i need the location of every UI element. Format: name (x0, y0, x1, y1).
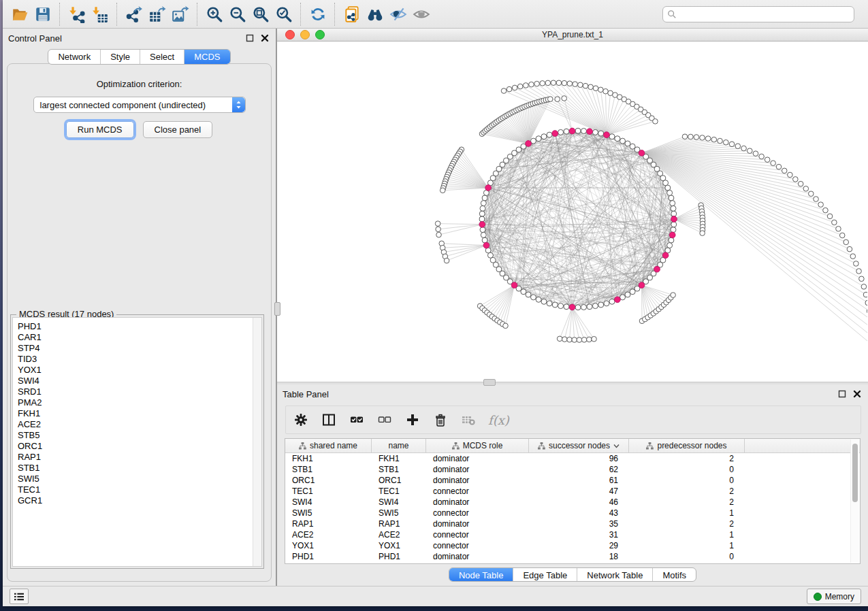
mcds-result-item[interactable]: STB5 (18, 430, 253, 441)
mcds-result-item[interactable]: STP4 (18, 343, 253, 354)
close-table-panel-icon[interactable] (852, 389, 863, 399)
mcds-result-item[interactable]: RAP1 (18, 452, 253, 463)
cell-mcds-role: dominator (426, 497, 529, 507)
mcds-result-item[interactable]: SRD1 (18, 386, 253, 397)
vertical-splitter-grip[interactable] (274, 302, 280, 316)
table-scrollbar[interactable] (850, 440, 859, 563)
cell-predecessor-nodes: 2 (629, 454, 745, 463)
cell-mcds-role: connector (426, 508, 529, 518)
export-network-button[interactable] (123, 3, 146, 25)
zoom-out-button[interactable] (226, 3, 249, 25)
toolbar-separator (116, 3, 118, 26)
toolbar-separator (197, 3, 198, 26)
open-session-button[interactable] (8, 3, 31, 25)
zoom-in-button[interactable] (203, 3, 226, 25)
tab-mcds[interactable]: MCDS (184, 50, 229, 64)
float-panel-icon[interactable] (244, 33, 255, 44)
mcds-result-item[interactable]: FKH1 (18, 408, 253, 419)
cell-name: TEC1 (372, 486, 426, 496)
column-header-MCDS-role[interactable]: MCDS role (426, 439, 529, 452)
refresh-button[interactable] (306, 3, 329, 25)
cell-successor-nodes: 62 (529, 465, 629, 474)
horizontal-splitter-grip[interactable] (483, 379, 496, 386)
select-all-button[interactable] (349, 412, 365, 428)
save-session-button[interactable] (31, 3, 54, 25)
import-network-button[interactable] (65, 3, 89, 25)
table-row[interactable]: ORC1ORC1dominator610 (285, 475, 860, 486)
mcds-tab-content: Optimization criterion: largest connecte… (7, 63, 272, 582)
toolbar-separator (300, 3, 302, 26)
table-panel-title: Table Panel (283, 389, 833, 399)
table-tabs: Node TableEdge TableNetwork TableMotifs (277, 567, 868, 582)
mcds-result-item[interactable]: PMA2 (18, 397, 253, 408)
table-row[interactable]: SWI4SWI4dominator462 (285, 497, 860, 508)
table-row[interactable]: YOX1YOX1connector291 (285, 540, 860, 551)
column-header-shared-name[interactable]: shared name (285, 439, 372, 452)
mcds-result-item[interactable]: SWI4 (18, 376, 253, 386)
tab-network[interactable]: Network (48, 50, 100, 64)
table-row[interactable]: STB1STB1dominator620 (285, 464, 860, 475)
mcds-result-item[interactable]: TID3 (18, 354, 253, 365)
table-row[interactable]: SWI5SWI5connector431 (285, 508, 860, 518)
save-icon (34, 5, 52, 23)
float-table-panel-icon[interactable] (837, 389, 848, 399)
function-builder-button-disabled: f(x) (488, 413, 509, 427)
show-column-panel-button[interactable] (321, 412, 337, 428)
mcds-result-item[interactable]: GCR1 (18, 495, 253, 506)
cell-shared-name: RAP1 (285, 519, 372, 529)
table-scrollbar-thumb[interactable] (852, 444, 858, 502)
show-all-button[interactable] (410, 3, 433, 25)
cell-mcds-role: dominator (426, 519, 529, 529)
criterion-select[interactable]: largest connected component (undirected) (33, 97, 246, 113)
column-header-successor-nodes[interactable]: successor nodes (529, 439, 629, 452)
delete-column-button[interactable] (432, 412, 449, 428)
close-panel-icon[interactable] (259, 33, 270, 44)
mcds-result-item[interactable]: ACE2 (18, 419, 253, 430)
column-header-name[interactable]: name (372, 439, 426, 452)
deselect-all-button[interactable] (376, 412, 393, 428)
mcds-result-item[interactable]: ORC1 (18, 441, 253, 452)
horizontal-splitter[interactable] (277, 382, 868, 384)
table-options-button[interactable] (293, 412, 309, 428)
new-network-from-selection-button[interactable] (340, 3, 364, 25)
zoom-fit-button[interactable] (249, 3, 272, 25)
table-row[interactable]: FKH1FKH1dominator962 (285, 453, 860, 464)
table-row[interactable]: TEC1TEC1connector472 (285, 486, 860, 497)
tab-style[interactable]: Style (100, 50, 140, 64)
network-canvas[interactable] (277, 42, 868, 382)
tab-edge-table[interactable]: Edge Table (513, 568, 577, 581)
result-list-scrollbar[interactable] (253, 318, 261, 566)
export-image-button[interactable] (169, 3, 192, 25)
zoom-selected-button[interactable] (272, 3, 295, 25)
close-panel-button[interactable]: Close panel (143, 121, 213, 138)
table-row[interactable]: ACE2ACE2connector311 (285, 529, 860, 540)
table-row[interactable]: RAP1RAP1dominator352 (285, 518, 860, 529)
hide-selected-button[interactable] (387, 3, 410, 25)
search-input[interactable] (679, 9, 850, 20)
zoom-fit-icon (252, 5, 270, 23)
mcds-result-item[interactable]: SWI5 (18, 474, 253, 484)
tab-motifs[interactable]: Motifs (652, 568, 696, 581)
mcds-result-item[interactable]: TEC1 (18, 484, 253, 495)
mcds-result-item[interactable]: PHD1 (18, 321, 253, 332)
tab-network-table[interactable]: Network Table (577, 568, 652, 581)
mcds-result-item[interactable]: YOX1 (18, 365, 253, 376)
column-header-predecessor-nodes[interactable]: predecessor nodes (629, 439, 745, 452)
tab-select[interactable]: Select (140, 50, 184, 64)
first-neighbors-button[interactable] (364, 3, 387, 25)
cell-shared-name: STB1 (285, 465, 372, 474)
main-area: Control Panel NetworkStyleSelectMCDS Opt… (3, 29, 868, 586)
task-history-button[interactable] (10, 589, 29, 604)
mcds-result-item[interactable]: CAR1 (18, 332, 253, 343)
table-row[interactable]: PHD1PHD1dominator180 (285, 551, 860, 562)
cell-successor-nodes: 31 (529, 530, 629, 540)
import-table-button[interactable] (89, 3, 112, 25)
add-column-button[interactable] (404, 412, 421, 428)
refresh-icon (309, 5, 327, 23)
mcds-result-item[interactable]: STB1 (18, 463, 253, 474)
run-mcds-button[interactable]: Run MCDS (66, 121, 134, 138)
network-window-title: YPA_prune.txt_1 (277, 30, 868, 39)
memory-button[interactable]: Memory (807, 589, 861, 604)
tab-node-table[interactable]: Node Table (449, 568, 513, 581)
export-table-button[interactable] (146, 3, 169, 25)
